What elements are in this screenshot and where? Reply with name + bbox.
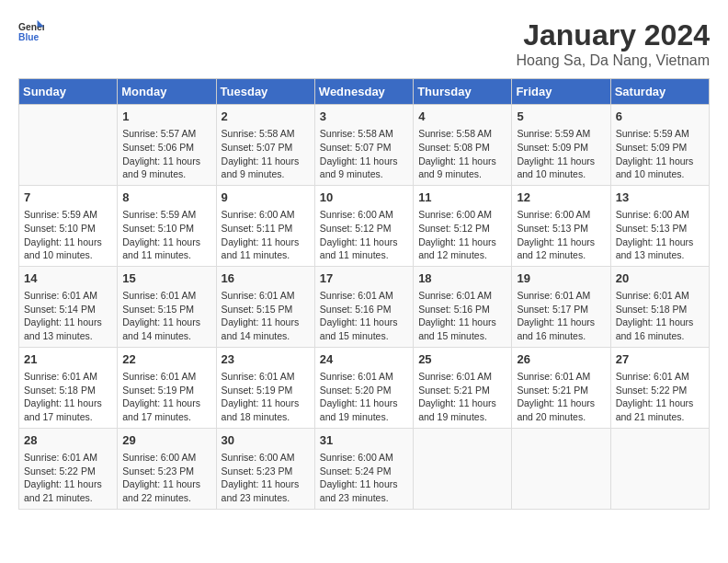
day-info: Sunrise: 6:00 AM Sunset: 5:12 PM Dayligh… [418,208,506,262]
day-number: 16 [222,270,310,287]
calendar-cell: 3Sunrise: 5:58 AM Sunset: 5:07 PM Daylig… [314,105,413,186]
day-info: Sunrise: 5:59 AM Sunset: 5:09 PM Dayligh… [616,127,704,181]
day-info: Sunrise: 6:01 AM Sunset: 5:15 PM Dayligh… [222,289,310,343]
day-info: Sunrise: 6:00 AM Sunset: 5:23 PM Dayligh… [122,451,210,505]
day-info: Sunrise: 6:01 AM Sunset: 5:18 PM Dayligh… [24,370,112,424]
day-number: 28 [24,432,112,449]
day-info: Sunrise: 6:01 AM Sunset: 5:21 PM Dayligh… [418,370,506,424]
calendar-cell: 23Sunrise: 6:01 AM Sunset: 5:19 PM Dayli… [216,347,314,428]
calendar-cell: 20Sunrise: 6:01 AM Sunset: 5:18 PM Dayli… [610,266,709,347]
weekday-header-monday: Monday [118,79,216,105]
calendar-cell [414,428,512,509]
calendar-cell: 1Sunrise: 5:57 AM Sunset: 5:06 PM Daylig… [118,105,216,186]
weekday-header-friday: Friday [512,79,610,105]
day-number: 1 [122,109,210,125]
day-number: 3 [320,109,408,125]
weekday-header-tuesday: Tuesday [216,79,314,105]
calendar-cell: 16Sunrise: 6:01 AM Sunset: 5:15 PM Dayli… [216,266,314,347]
calendar-week-1: 1Sunrise: 5:57 AM Sunset: 5:06 PM Daylig… [19,105,710,186]
calendar-cell: 12Sunrise: 6:00 AM Sunset: 5:13 PM Dayli… [512,185,610,266]
weekday-header-saturday: Saturday [610,79,709,105]
calendar-cell: 18Sunrise: 6:01 AM Sunset: 5:16 PM Dayli… [414,266,512,347]
day-info: Sunrise: 6:01 AM Sunset: 5:19 PM Dayligh… [222,370,310,424]
calendar-week-2: 7Sunrise: 5:59 AM Sunset: 5:10 PM Daylig… [19,185,710,266]
calendar-week-3: 14Sunrise: 6:01 AM Sunset: 5:14 PM Dayli… [19,266,710,347]
day-number: 30 [222,432,310,449]
calendar-cell: 19Sunrise: 6:01 AM Sunset: 5:17 PM Dayli… [512,266,610,347]
day-number: 11 [418,190,506,206]
day-number: 17 [320,270,408,287]
day-number: 14 [24,270,112,287]
day-info: Sunrise: 5:59 AM Sunset: 5:10 PM Dayligh… [122,208,210,262]
day-info: Sunrise: 5:57 AM Sunset: 5:06 PM Dayligh… [122,127,210,181]
day-number: 25 [418,351,506,368]
day-number: 4 [418,109,506,125]
day-number: 5 [517,109,605,125]
weekday-header-wednesday: Wednesday [314,79,413,105]
day-number: 10 [320,190,408,206]
calendar-cell: 14Sunrise: 6:01 AM Sunset: 5:14 PM Dayli… [19,266,118,347]
day-info: Sunrise: 6:01 AM Sunset: 5:22 PM Dayligh… [616,370,704,424]
calendar-cell: 31Sunrise: 6:00 AM Sunset: 5:24 PM Dayli… [314,428,413,509]
day-info: Sunrise: 6:01 AM Sunset: 5:17 PM Dayligh… [517,289,605,343]
calendar-cell: 30Sunrise: 6:00 AM Sunset: 5:23 PM Dayli… [216,428,314,509]
day-info: Sunrise: 6:01 AM Sunset: 5:14 PM Dayligh… [24,289,112,343]
calendar-cell: 25Sunrise: 6:01 AM Sunset: 5:21 PM Dayli… [414,347,512,428]
calendar-cell [512,428,610,509]
calendar-cell [19,105,118,186]
day-number: 19 [517,270,605,287]
day-number: 13 [616,190,704,206]
logo: General Blue [18,18,44,44]
day-info: Sunrise: 6:01 AM Sunset: 5:15 PM Dayligh… [122,289,210,343]
day-number: 29 [122,432,210,449]
main-title: January 2024 [517,18,711,52]
calendar-cell: 7Sunrise: 5:59 AM Sunset: 5:10 PM Daylig… [19,185,118,266]
day-info: Sunrise: 6:00 AM Sunset: 5:24 PM Dayligh… [320,451,408,505]
day-number: 31 [320,432,408,449]
calendar-cell: 10Sunrise: 6:00 AM Sunset: 5:12 PM Dayli… [314,185,413,266]
day-info: Sunrise: 5:59 AM Sunset: 5:10 PM Dayligh… [24,208,112,262]
calendar-cell: 11Sunrise: 6:00 AM Sunset: 5:12 PM Dayli… [414,185,512,266]
day-info: Sunrise: 6:01 AM Sunset: 5:16 PM Dayligh… [418,289,506,343]
calendar-cell: 13Sunrise: 6:00 AM Sunset: 5:13 PM Dayli… [610,185,709,266]
day-info: Sunrise: 6:01 AM Sunset: 5:20 PM Dayligh… [320,370,408,424]
day-info: Sunrise: 5:59 AM Sunset: 5:09 PM Dayligh… [517,127,605,181]
day-info: Sunrise: 6:00 AM Sunset: 5:12 PM Dayligh… [320,208,408,262]
day-info: Sunrise: 6:01 AM Sunset: 5:18 PM Dayligh… [616,289,704,343]
calendar-cell: 28Sunrise: 6:01 AM Sunset: 5:22 PM Dayli… [19,428,118,509]
calendar-table: SundayMondayTuesdayWednesdayThursdayFrid… [18,78,710,510]
day-number: 12 [517,190,605,206]
day-number: 26 [517,351,605,368]
calendar-cell [610,428,709,509]
day-number: 20 [616,270,704,287]
day-number: 21 [24,351,112,368]
page-header: General Blue January 2024 Hoang Sa, Da N… [18,18,710,69]
calendar-cell: 5Sunrise: 5:59 AM Sunset: 5:09 PM Daylig… [512,105,610,186]
calendar-cell: 26Sunrise: 6:01 AM Sunset: 5:21 PM Dayli… [512,347,610,428]
subtitle: Hoang Sa, Da Nang, Vietnam [517,52,711,69]
day-number: 9 [222,190,310,206]
title-area: January 2024 Hoang Sa, Da Nang, Vietnam [517,18,711,69]
calendar-week-4: 21Sunrise: 6:01 AM Sunset: 5:18 PM Dayli… [19,347,710,428]
day-number: 15 [122,270,210,287]
day-info: Sunrise: 6:00 AM Sunset: 5:13 PM Dayligh… [517,208,605,262]
calendar-cell: 24Sunrise: 6:01 AM Sunset: 5:20 PM Dayli… [314,347,413,428]
day-info: Sunrise: 5:58 AM Sunset: 5:08 PM Dayligh… [418,127,506,181]
calendar-cell: 17Sunrise: 6:01 AM Sunset: 5:16 PM Dayli… [314,266,413,347]
weekday-header-sunday: Sunday [19,79,118,105]
calendar-cell: 9Sunrise: 6:00 AM Sunset: 5:11 PM Daylig… [216,185,314,266]
day-number: 18 [418,270,506,287]
day-info: Sunrise: 6:00 AM Sunset: 5:13 PM Dayligh… [616,208,704,262]
day-info: Sunrise: 6:01 AM Sunset: 5:16 PM Dayligh… [320,289,408,343]
day-number: 23 [222,351,310,368]
day-number: 8 [122,190,210,206]
day-info: Sunrise: 5:58 AM Sunset: 5:07 PM Dayligh… [320,127,408,181]
calendar-cell: 29Sunrise: 6:00 AM Sunset: 5:23 PM Dayli… [118,428,216,509]
day-number: 24 [320,351,408,368]
day-info: Sunrise: 6:00 AM Sunset: 5:23 PM Dayligh… [222,451,310,505]
day-number: 6 [616,109,704,125]
calendar-week-5: 28Sunrise: 6:01 AM Sunset: 5:22 PM Dayli… [19,428,710,509]
calendar-cell: 27Sunrise: 6:01 AM Sunset: 5:22 PM Dayli… [610,347,709,428]
day-info: Sunrise: 6:01 AM Sunset: 5:21 PM Dayligh… [517,370,605,424]
calendar-cell: 4Sunrise: 5:58 AM Sunset: 5:08 PM Daylig… [414,105,512,186]
